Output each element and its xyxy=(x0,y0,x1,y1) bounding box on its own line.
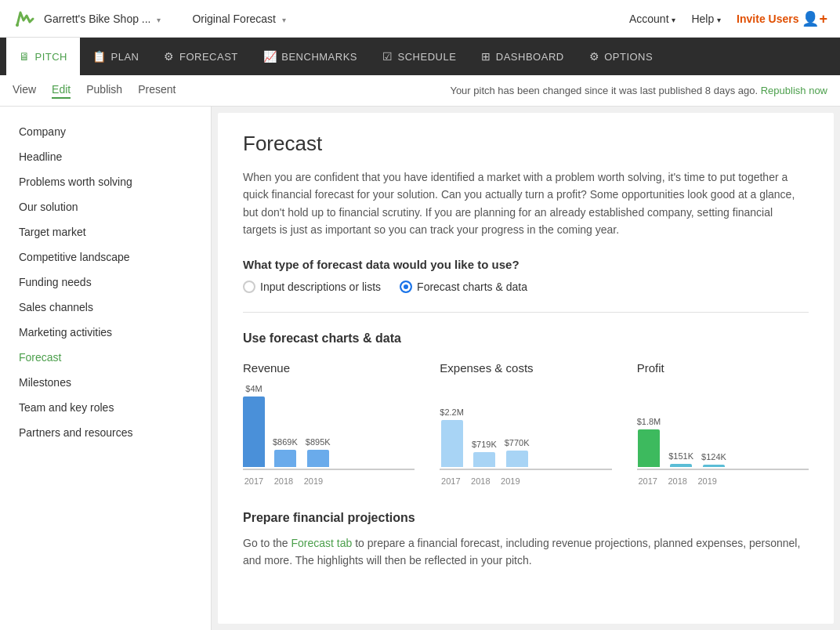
option-forecast-charts[interactable]: Forecast charts & data xyxy=(400,281,527,293)
liveplan-logo xyxy=(13,6,38,31)
tab-bar: 🖥 PITCH 📋 PLAN ⚙ FORECAST 📈 BENCHMARKS ☑… xyxy=(0,38,840,75)
schedule-icon: ☑ xyxy=(382,50,393,63)
profit-bar-2017: $1.8M xyxy=(637,417,661,467)
tab-pitch[interactable]: 🖥 PITCH xyxy=(6,38,80,75)
company-dropdown-arrow: ▾ xyxy=(157,16,161,24)
sidebar-item-team[interactable]: Team and key roles xyxy=(0,395,211,420)
sidebar-item-partners[interactable]: Partners and resources xyxy=(0,420,211,445)
svg-point-1 xyxy=(16,24,19,27)
company-name[interactable]: Garrett's Bike Shop ... ▾ xyxy=(44,13,161,25)
sub-nav-links: View Edit Publish Present xyxy=(13,83,176,99)
forecast-icon: ⚙ xyxy=(164,50,175,63)
projections-title: Prepare financial projections xyxy=(243,511,809,525)
sidebar-item-problems[interactable]: Problems worth solving xyxy=(0,169,211,194)
tab-forecast[interactable]: ⚙ FORECAST xyxy=(151,38,250,75)
forecast-name[interactable]: Original Forecast ▾ xyxy=(192,13,285,25)
expense-bar-2018: $719K xyxy=(472,440,497,467)
revenue-bar-2017-rect xyxy=(243,396,265,467)
plan-icon: 📋 xyxy=(92,50,107,63)
revenue-bar-2019-rect xyxy=(307,450,329,467)
subnav-present[interactable]: Present xyxy=(138,83,176,99)
forecast-type-options: Input descriptions or lists Forecast cha… xyxy=(243,281,809,293)
profit-bar-2018-rect xyxy=(670,464,692,467)
account-link[interactable]: Account ▾ xyxy=(629,13,675,25)
radio-charts-circle xyxy=(400,281,412,293)
republish-notice: Your pitch has been changed since it was… xyxy=(450,85,827,96)
option-charts-label: Forecast charts & data xyxy=(417,281,527,293)
subnav-view[interactable]: View xyxy=(13,83,36,99)
tab-benchmarks[interactable]: 📈 BENCHMARKS xyxy=(251,38,370,75)
revenue-bar-2018: $869K xyxy=(273,437,298,467)
intro-text: When you are confident that you have ide… xyxy=(243,168,809,239)
profit-bar-2019: $124K xyxy=(701,452,726,467)
subnav-edit[interactable]: Edit xyxy=(52,83,71,99)
revenue-chart: Revenue $4M $869K $895K xyxy=(243,361,415,486)
sidebar-item-marketing[interactable]: Marketing activities xyxy=(0,320,211,345)
expense-bar-2019: $770K xyxy=(505,438,530,467)
expense-year-2018: 2018 xyxy=(469,476,491,486)
forecast-question: What type of forecast data would you lik… xyxy=(243,258,809,271)
radio-input-circle xyxy=(243,281,255,293)
expense-bar-2017: $2.2M xyxy=(440,407,464,467)
invite-icon: 👤+ xyxy=(802,10,827,27)
options-icon: ⚙ xyxy=(589,50,600,63)
sidebar-item-forecast[interactable]: Forecast xyxy=(0,345,211,370)
sidebar-item-target-market[interactable]: Target market xyxy=(0,219,211,244)
financial-projections-section: Prepare financial projections Go to the … xyxy=(243,511,809,570)
logo-area[interactable]: Garrett's Bike Shop ... ▾ xyxy=(13,6,161,31)
charts-section-title: Use forecast charts & data xyxy=(243,331,809,346)
profit-year-2017: 2017 xyxy=(637,476,659,486)
sidebar-item-milestones[interactable]: Milestones xyxy=(0,370,211,395)
revenue-bar-2017: $4M xyxy=(243,384,265,467)
expense-bar-2017-rect xyxy=(441,420,463,467)
revenue-bar-2018-rect xyxy=(274,450,296,467)
forecast-dropdown-arrow: ▾ xyxy=(282,16,286,24)
option-input-descriptions[interactable]: Input descriptions or lists xyxy=(243,281,381,293)
help-link[interactable]: Help ▾ xyxy=(691,13,721,25)
main-layout: Company Headline Problems worth solving … xyxy=(0,107,840,630)
expense-year-2017: 2017 xyxy=(440,476,462,486)
dashboard-icon: ⊞ xyxy=(481,50,491,63)
sidebar-item-competitive[interactable]: Competitive landscape xyxy=(0,244,211,270)
profit-chart: Profit $1.8M $151K $124K xyxy=(637,361,809,486)
sidebar: Company Headline Problems worth solving … xyxy=(0,107,212,630)
invite-users-button[interactable]: Invite Users 👤+ xyxy=(737,10,827,27)
profit-label: Profit xyxy=(637,361,809,375)
top-navigation: Garrett's Bike Shop ... ▾ Original Forec… xyxy=(0,0,840,38)
tab-schedule[interactable]: ☑ SCHEDULE xyxy=(370,38,469,75)
charts-container: Revenue $4M $869K $895K xyxy=(243,361,809,486)
tab-dashboard[interactable]: ⊞ DASHBOARD xyxy=(469,38,576,75)
profit-year-2019: 2019 xyxy=(697,476,719,486)
section-divider xyxy=(243,312,809,313)
content-area: Forecast When you are confident that you… xyxy=(218,113,834,624)
forecast-tab-link[interactable]: Forecast tab xyxy=(291,537,352,549)
revenue-label: Revenue xyxy=(243,361,415,375)
sidebar-item-funding[interactable]: Funding needs xyxy=(0,270,211,295)
projections-text: Go to the Forecast tab to prepare a fina… xyxy=(243,534,809,570)
sidebar-item-headline[interactable]: Headline xyxy=(0,144,211,169)
revenue-year-2019: 2019 xyxy=(302,476,324,486)
expenses-chart: Expenses & costs $2.2M $719K $770K xyxy=(440,361,611,486)
revenue-year-2017: 2017 xyxy=(243,476,265,486)
pitch-icon: 🖥 xyxy=(19,50,31,63)
tab-options[interactable]: ⚙ OPTIONS xyxy=(577,38,666,75)
sidebar-item-company[interactable]: Company xyxy=(0,119,211,144)
expense-bar-2018-rect xyxy=(473,452,495,467)
expense-year-2019: 2019 xyxy=(499,476,521,486)
profit-bar-2018: $151K xyxy=(668,451,693,467)
expenses-label: Expenses & costs xyxy=(440,361,611,375)
option-input-label: Input descriptions or lists xyxy=(260,281,381,293)
subnav-publish[interactable]: Publish xyxy=(86,83,122,99)
profit-bar-2019-rect xyxy=(703,465,725,467)
sub-navigation: View Edit Publish Present Your pitch has… xyxy=(0,75,840,107)
revenue-year-2018: 2018 xyxy=(273,476,295,486)
expense-bar-2019-rect xyxy=(506,451,528,467)
sidebar-item-sales[interactable]: Sales channels xyxy=(0,295,211,320)
republish-link[interactable]: Republish now xyxy=(761,85,827,96)
sidebar-item-solution[interactable]: Our solution xyxy=(0,194,211,219)
profit-year-2018: 2018 xyxy=(667,476,689,486)
tab-plan[interactable]: 📋 PLAN xyxy=(80,38,151,75)
benchmarks-icon: 📈 xyxy=(263,50,277,63)
profit-bar-2017-rect xyxy=(638,429,660,467)
nav-right: Account ▾ Help ▾ Invite Users 👤+ xyxy=(629,10,827,27)
